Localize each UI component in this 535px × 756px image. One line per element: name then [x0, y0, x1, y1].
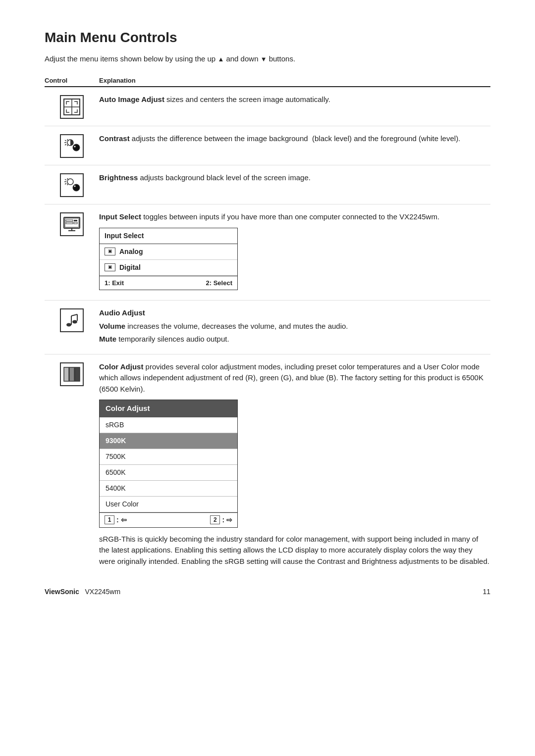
- icon-cell-auto-image-adjust: [45, 94, 99, 119]
- icon-cell-input-select: [45, 211, 99, 236]
- input-select-box: Input Select ▣ Analog ▣ Digital 1: Exit …: [99, 228, 238, 291]
- page-number: 11: [482, 588, 490, 596]
- color-adjust-btn2: 2 : ⇨: [210, 515, 232, 525]
- desc-contrast: Contrast adjusts the difference between …: [99, 133, 490, 145]
- color-adjust-footer: 1 : ⇦ 2 : ⇨: [100, 512, 237, 527]
- row-contrast: Contrast adjusts the difference between …: [45, 126, 490, 165]
- row-audio-adjust: Audio Adjust Volume increases the volume…: [45, 301, 490, 354]
- svg-point-16: [67, 179, 73, 185]
- svg-point-9: [73, 144, 80, 151]
- svg-line-7: [67, 145, 68, 146]
- desc-input-select: Input Select toggles between inputs if y…: [99, 211, 490, 293]
- icon-cell-contrast: [45, 133, 99, 158]
- page-title: Main Menu Controls: [45, 30, 490, 46]
- col-header-explanation: Explanation: [99, 77, 136, 84]
- input-select-box-title: Input Select: [100, 228, 237, 244]
- icon-cell-color-adjust: [45, 361, 99, 386]
- icon-cell-brightness: [45, 172, 99, 197]
- icon-cell-audio-adjust: [45, 307, 99, 332]
- svg-point-31: [72, 320, 77, 324]
- brightness-icon: [60, 173, 84, 197]
- color-item-9300k: 9300K: [100, 433, 237, 449]
- color-adjust-icon: [60, 362, 84, 386]
- input-select-item-digital: ▣ Digital: [100, 260, 237, 276]
- svg-line-12: [65, 179, 66, 180]
- color-item-6500k: 6500K: [100, 465, 237, 481]
- svg-point-17: [73, 184, 80, 191]
- svg-point-27: [66, 323, 71, 327]
- svg-line-6: [65, 145, 66, 146]
- color-item-7500k: 7500K: [100, 449, 237, 465]
- color-item-5400k: 5400K: [100, 481, 237, 497]
- svg-rect-23: [74, 220, 77, 221]
- input-select-select: 2: Select: [206, 278, 232, 288]
- svg-rect-21: [66, 220, 73, 221]
- input-select-exit: 1: Exit: [105, 278, 124, 288]
- color-adjust-box-title: Color Adjust: [100, 400, 237, 417]
- svg-rect-22: [66, 222, 73, 224]
- svg-rect-32: [64, 367, 69, 381]
- row-color-adjust: Color Adjust provides several color adju…: [45, 354, 490, 576]
- row-input-select: Input Select toggles between inputs if y…: [45, 204, 490, 301]
- page-content: Main Menu Controls Adjust the menu items…: [0, 0, 535, 615]
- svg-line-14: [65, 184, 66, 185]
- contrast-icon: [60, 134, 84, 158]
- desc-color-adjust: Color Adjust provides several color adju…: [99, 361, 490, 569]
- color-adjust-box: Color Adjust sRGB 9300K 7500K 6500K 5400…: [99, 400, 238, 528]
- color-adjust-btn1: 1 : ⇦: [105, 515, 127, 525]
- desc-brightness: Brightness adjusts background black leve…: [99, 172, 490, 184]
- srgb-description: sRGB-This is quickly becoming the indust…: [99, 534, 490, 567]
- svg-point-18: [74, 186, 76, 187]
- svg-rect-33: [69, 367, 74, 381]
- svg-line-15: [67, 184, 68, 185]
- auto-image-adjust-icon: [60, 95, 84, 119]
- svg-rect-24: [74, 222, 77, 224]
- svg-line-5: [67, 139, 68, 141]
- desc-audio-adjust: Audio Adjust Volume increases the volume…: [99, 307, 490, 347]
- intro-text: Adjust the menu items shown below by usi…: [45, 54, 490, 63]
- svg-line-4: [65, 140, 66, 141]
- desc-auto-image-adjust: Auto Image Adjust sizes and centers the …: [99, 94, 490, 105]
- table-header: Control Explanation: [45, 77, 490, 87]
- audio-adjust-icon: [60, 308, 84, 332]
- input-select-icon: [60, 212, 84, 236]
- svg-rect-34: [75, 367, 80, 381]
- input-select-item-analog: ▣ Analog: [100, 244, 237, 260]
- input-select-footer: 1: Exit 2: Select: [100, 276, 237, 290]
- digital-icon: ▣: [105, 263, 115, 271]
- col-header-control: Control: [45, 77, 99, 84]
- svg-line-13: [67, 178, 68, 180]
- svg-point-10: [74, 146, 76, 148]
- footer-brand: ViewSonic VX2245wm: [45, 588, 120, 596]
- analog-icon: ▣: [105, 248, 115, 255]
- row-auto-image-adjust: Auto Image Adjust sizes and centers the …: [45, 87, 490, 126]
- color-item-srgb: sRGB: [100, 417, 237, 433]
- page-footer: ViewSonic VX2245wm 11: [45, 588, 490, 596]
- color-item-user-color: User Color: [100, 497, 237, 512]
- svg-line-29: [71, 314, 77, 316]
- row-brightness: Brightness adjusts background black leve…: [45, 165, 490, 204]
